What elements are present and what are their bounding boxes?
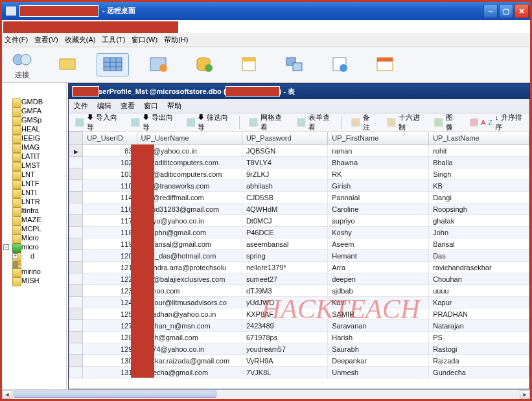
svg-rect-13 [242,58,255,62]
tree-node[interactable]: mirino [3,267,65,276]
inner-menu-item[interactable]: 帮助 [167,101,181,111]
redacted-bar [3,21,178,33]
col-header[interactable]: UP_FirstName [328,132,429,145]
tree-child[interactable]: +d [3,251,65,260]
redacted-column [131,144,154,378]
inner-titlebar: serProfile_Mst @microsoftstore.dbo ( ) -… [69,84,529,99]
tree-node[interactable]: ltinfra [3,206,65,215]
svg-rect-25 [352,119,360,126]
toolbar-connect[interactable]: 连接 [6,49,38,82]
col-header[interactable]: UP_UserID [83,132,137,145]
menu-item[interactable]: 收藏夹(A) [65,35,96,45]
inner-window: serProfile_Mst @microsoftstore.dbo ( ) -… [68,83,530,389]
svg-point-17 [340,64,347,72]
outer-scrollbar[interactable]: ◄ ► [2,389,530,399]
tree-node[interactable]: MAZE [3,215,65,224]
svg-rect-3 [104,58,122,71]
inner-tool-8[interactable]: AZ↓ 升序排序 [467,111,526,133]
scroll-left-button[interactable]: ◄ [2,390,12,399]
inner-menu-item[interactable]: 编辑 [97,101,111,111]
menu-item[interactable]: 工具(T) [102,35,125,45]
svg-rect-27 [435,119,443,126]
menu-item[interactable]: 查看(V) [34,35,58,45]
data-grid: UP_UserIDUP_UserNameUP_PasswordUP_FirstN… [69,132,529,389]
inner-menu-item[interactable]: 窗口 [144,101,158,111]
inner-tool-0[interactable]: 🡇 导入向导 [73,111,122,133]
redacted-icon [73,87,98,96]
inner-menu-item[interactable]: 文件 [74,101,88,111]
tree-node[interactable]: LNT [3,170,65,179]
svg-rect-20 [76,118,84,126]
col-header[interactable]: UP_LastName [429,132,529,145]
tree-node[interactable]: GMFA [3,106,65,115]
minimize-button[interactable]: – [483,4,498,18]
svg-point-11 [205,64,213,72]
scroll-right-button[interactable]: ► [520,390,530,399]
svg-rect-15 [293,63,302,71]
tree-node[interactable]: LNTR [3,197,65,206]
toolbar-btn-9[interactable] [369,53,401,76]
outer-toolbar: 连接 [2,47,530,83]
tree-node[interactable]: MISH [3,276,65,285]
svg-rect-21 [132,118,139,126]
svg-rect-22 [187,118,194,126]
inner-menu-item[interactable]: 查看 [121,101,135,111]
inner-tool-5[interactable]: 备注 [349,111,377,133]
svg-point-9 [159,64,167,72]
toolbar-btn-5[interactable] [187,53,220,76]
toolbar-table[interactable] [97,53,129,76]
outer-menubar[interactable]: 文件(F)查看(V)收藏夹(A)工具(T)窗口(W)帮助(H) [2,33,530,47]
window-controls: – ▢ × [483,4,529,18]
inner-tool-2[interactable]: 🡇 筛选向导 [184,111,233,133]
inner-tool-4[interactable]: 表单查看 [294,111,336,133]
svg-rect-2 [60,59,75,69]
redacted-host [20,6,98,16]
col-header[interactable]: UP_Password [242,132,327,145]
svg-rect-23 [249,118,257,126]
svg-rect-24 [297,118,305,126]
inner-tool-6[interactable]: 十六进制 [384,111,426,133]
connection-tree[interactable]: GMDBGMFAGMSpHEALIEEIGIMAGLATITLMSTLNTLNT… [2,83,67,389]
redacted-server [226,87,279,96]
menu-item[interactable]: 文件(F) [5,35,28,45]
maximize-button[interactable]: ▢ [499,4,513,18]
rdp-icon [6,6,16,16]
toolbar-btn-2[interactable] [51,53,84,76]
outer-title: - 远程桌面 [20,6,483,16]
tree-node[interactable]: LMST [3,161,65,170]
toolbar-btn-8[interactable] [323,53,356,76]
inner-toolbar[interactable]: 🡇 导入向导🡇 导出向导🡇 筛选向导网格查看表单查看备注十六进制图像AZ↓ 升序… [69,113,529,132]
svg-point-1 [21,54,31,65]
tree-node[interactable]: GMSp [3,115,65,124]
svg-rect-19 [377,58,393,62]
menu-item[interactable]: 帮助(H) [164,35,188,45]
toolbar-connect-label: 连接 [15,70,29,80]
toolbar-btn-7[interactable] [278,53,310,76]
inner-tool-7[interactable]: 图像 [432,111,460,133]
tree-node[interactable]: MCPL [3,224,65,233]
close-button[interactable]: × [515,4,529,18]
tree-node[interactable]: IMAG [3,143,65,152]
expand-icon[interactable]: + [12,253,18,259]
inner-tool-1[interactable]: 🡇 导出向导 [128,111,178,133]
toolbar-btn-4[interactable] [142,53,174,76]
col-header[interactable]: UP_UserName [137,132,242,145]
tree-node[interactable]: −micro [3,242,65,251]
scroll-thumb[interactable] [14,391,216,398]
tree-node[interactable]: LNTI [3,188,65,197]
collapse-icon[interactable]: − [3,244,9,250]
tree-node[interactable]: Micro [3,233,65,242]
tree-node[interactable]: LATIT [3,152,65,161]
tree-node[interactable]: LNTF [3,179,65,188]
menu-item[interactable]: 窗口(W) [132,35,157,45]
tree-node[interactable]: IEEIG [3,133,65,143]
tree-node[interactable]: GMDB [3,97,65,106]
inner-tool-3[interactable]: 网格查看 [246,111,288,133]
svg-rect-26 [387,118,395,126]
svg-rect-28 [470,119,478,126]
toolbar-btn-6[interactable] [233,53,265,76]
tree-node[interactable]: HEAL [3,124,65,133]
outer-titlebar: - 远程桌面 – ▢ × [2,2,530,20]
